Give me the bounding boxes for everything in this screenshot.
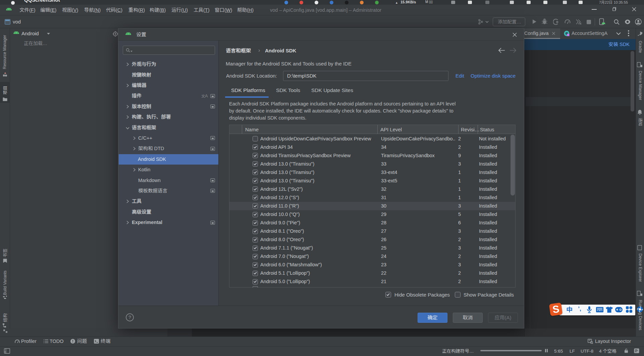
svg-text:?: ?: [128, 315, 131, 320]
